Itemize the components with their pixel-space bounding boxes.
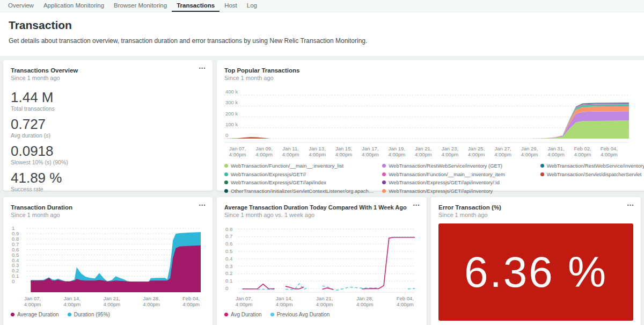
legend-item[interactable]: WebTransaction/Function/__main__:invento… bbox=[224, 163, 374, 169]
svg-text:Jan 28,: Jan 28, bbox=[143, 295, 160, 301]
series-color-dot-icon bbox=[224, 172, 228, 176]
metric-value: 1.44 M bbox=[11, 90, 205, 105]
svg-text:Jan 28,: Jan 28, bbox=[356, 295, 373, 301]
svg-text:4:00pm: 4:00pm bbox=[356, 301, 374, 307]
tab-log[interactable]: Log bbox=[242, 0, 262, 12]
svg-text:Jan 29,: Jan 29, bbox=[521, 146, 538, 151]
legend-item[interactable]: WebTransaction/RestWebService/inventory … bbox=[382, 163, 531, 169]
svg-text:4:00pm: 4:00pm bbox=[601, 151, 618, 157]
svg-text:Jan 17,: Jan 17, bbox=[362, 146, 378, 151]
ellipsis-menu-icon[interactable]: ⋯ bbox=[199, 64, 206, 72]
svg-text:0.2: 0.2 bbox=[225, 270, 232, 276]
svg-text:0.4: 0.4 bbox=[225, 256, 232, 262]
panel-subtitle: Since 1 month ago bbox=[11, 75, 205, 81]
ellipsis-menu-icon[interactable]: ⋯ bbox=[199, 201, 206, 209]
svg-text:4:00pm: 4:00pm bbox=[143, 301, 160, 307]
metric-label: Slowest 10% (s) (90%) bbox=[11, 159, 205, 165]
svg-text:400 k: 400 k bbox=[225, 89, 238, 95]
tab-transactions[interactable]: Transactions bbox=[172, 0, 219, 12]
svg-text:Jan 14,: Jan 14, bbox=[64, 295, 80, 301]
metric-success-rate: 41.89 % Success rate bbox=[11, 170, 205, 192]
svg-text:4:00pm: 4:00pm bbox=[276, 301, 293, 307]
tab-browser-monitoring[interactable]: Browser Monitoring bbox=[109, 0, 172, 12]
svg-text:4:00pm: 4:00pm bbox=[236, 301, 253, 307]
svg-text:4:00pm: 4:00pm bbox=[316, 301, 333, 307]
metric-label: Success rate bbox=[11, 186, 205, 192]
svg-text:4:00pm: 4:00pm bbox=[24, 301, 41, 307]
svg-text:4:00pm: 4:00pm bbox=[282, 151, 299, 157]
tab-application-monitoring[interactable]: Application Monitoring bbox=[39, 0, 109, 12]
ellipsis-menu-icon[interactable]: ⋯ bbox=[413, 201, 420, 209]
chart-legend: WebTransaction/Function/__main__:invento… bbox=[224, 163, 644, 194]
legend-item[interactable]: Previous Avg Duration bbox=[270, 312, 330, 317]
svg-text:4:00pm: 4:00pm bbox=[494, 151, 511, 157]
metric-label: Avg duration (s) bbox=[11, 132, 205, 139]
series-color-dot-icon bbox=[382, 164, 386, 168]
metric-value: 0.727 bbox=[11, 117, 205, 132]
panel-title: Average Transaction Duration Today Compa… bbox=[224, 204, 419, 211]
legend-item[interactable]: WebTransaction/Expressjs/GET//api/invent… bbox=[382, 179, 531, 185]
legend-item[interactable]: WebTransaction/Expressjs/GET// bbox=[224, 171, 374, 177]
svg-text:0.1: 0.1 bbox=[225, 278, 232, 284]
panel-top-popular-transactions: Top Popular Transactions Since 1 month a… bbox=[217, 60, 644, 191]
svg-text:100 k: 100 k bbox=[225, 121, 238, 127]
page-header: Transaction Get details about transactio… bbox=[0, 12, 644, 56]
legend-item[interactable]: WebTransaction/Expressjs/GET//api/index bbox=[224, 179, 374, 185]
legend-item[interactable]: WebTransaction/Expressjs/GET//api/invent… bbox=[382, 188, 531, 194]
series-color-dot-icon bbox=[382, 180, 386, 184]
svg-text:Jan 21,: Jan 21, bbox=[316, 295, 333, 301]
svg-text:4:00pm: 4:00pm bbox=[547, 151, 565, 157]
legend-item[interactable]: WebTransaction/RestWebService/inventory/… bbox=[540, 163, 644, 169]
svg-text:Jan 15,: Jan 15, bbox=[335, 146, 352, 151]
avg-duration-compare-chart[interactable]: 0.80.70.60.50.40.30.20.10Jan 07,4:00pmJa… bbox=[224, 223, 419, 308]
svg-text:4:00pm: 4:00pm bbox=[574, 151, 591, 157]
error-rate-value: 6.36 % bbox=[464, 248, 608, 297]
svg-text:4:00pm: 4:00pm bbox=[103, 301, 120, 307]
metric-value: 41.89 % bbox=[11, 170, 205, 185]
panel-subtitle: Since 1 month ago bbox=[224, 75, 644, 81]
svg-text:Jan 31,: Jan 31, bbox=[547, 146, 564, 151]
ellipsis-menu-icon[interactable]: ⋯ bbox=[627, 201, 634, 209]
svg-text:Jan 21,: Jan 21, bbox=[104, 295, 120, 301]
svg-text:300 k: 300 k bbox=[225, 99, 238, 105]
svg-text:Jan 13,: Jan 13, bbox=[309, 146, 325, 151]
svg-text:Feb 04,: Feb 04, bbox=[397, 295, 414, 301]
tab-overview[interactable]: Overview bbox=[3, 0, 39, 12]
svg-text:Jan 11,: Jan 11, bbox=[282, 146, 298, 151]
series-color-dot-icon bbox=[68, 313, 71, 316]
svg-text:4:00pm: 4:00pm bbox=[415, 151, 432, 157]
series-color-dot-icon bbox=[224, 189, 228, 193]
top-nav: Overview Application Monitoring Browser … bbox=[0, 0, 644, 12]
metrics-list: 1.44 M Total transactions 0.727 Avg dura… bbox=[11, 90, 205, 192]
legend-item[interactable]: WebTransaction/Function/__main__:invento… bbox=[382, 171, 531, 177]
transaction-duration-chart[interactable]: 10.90.80.70.60.50.40.30.20.10Jan 07,4:00… bbox=[11, 223, 205, 308]
svg-text:4:00pm: 4:00pm bbox=[309, 151, 326, 157]
panel-title: Transaction Duration bbox=[11, 204, 205, 211]
panel-title: Transactions Overview bbox=[11, 67, 205, 74]
series-color-dot-icon bbox=[224, 313, 228, 316]
series-color-dot-icon bbox=[382, 189, 386, 193]
tab-host[interactable]: Host bbox=[219, 0, 242, 12]
svg-text:4:00pm: 4:00pm bbox=[468, 151, 485, 157]
series-color-dot-icon bbox=[270, 313, 274, 316]
metric-total-transactions: 1.44 M Total transactions bbox=[11, 90, 205, 112]
svg-text:0.3: 0.3 bbox=[225, 263, 232, 269]
svg-text:200 k: 200 k bbox=[225, 111, 238, 117]
top-popular-transactions-chart[interactable]: 400 k300 k200 k100 k0Jan 07,4:00pmJan 09… bbox=[224, 89, 644, 158]
legend-item[interactable]: WebTransaction/Servlet/dispatcherServlet bbox=[540, 171, 644, 177]
svg-text:Jan 07,: Jan 07, bbox=[236, 295, 252, 301]
legend-item[interactable]: Avg Duration bbox=[224, 312, 262, 317]
series-color-dot-icon bbox=[224, 164, 228, 168]
legend-item[interactable]: OtherTransaction/Initializer/ServletCont… bbox=[224, 188, 374, 194]
panel-title: Top Popular Transactions bbox=[224, 67, 644, 74]
metric-label: Total transactions bbox=[11, 105, 205, 112]
svg-text:Jan 25,: Jan 25, bbox=[468, 146, 485, 151]
legend-item[interactable]: Duration (95%) bbox=[68, 312, 110, 317]
svg-text:4:00pm: 4:00pm bbox=[64, 301, 81, 307]
svg-text:4:00pm: 4:00pm bbox=[389, 151, 406, 157]
panel-transactions-overview: Transactions Overview Since 1 month ago … bbox=[3, 60, 213, 191]
legend-item[interactable]: Average Duration bbox=[11, 312, 59, 317]
svg-text:Jan 19,: Jan 19, bbox=[389, 146, 405, 151]
svg-text:Jan 27,: Jan 27, bbox=[495, 146, 511, 151]
svg-text:Jan 07,: Jan 07, bbox=[229, 146, 246, 151]
